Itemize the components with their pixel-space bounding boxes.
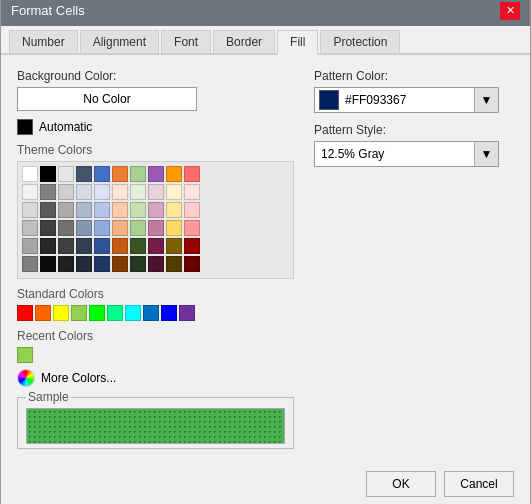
standard-color-cell[interactable] xyxy=(89,305,105,321)
pattern-color-label: Pattern Color: xyxy=(314,69,514,83)
standard-colors-label: Standard Colors xyxy=(17,287,294,301)
theme-color-cell[interactable] xyxy=(58,238,74,254)
theme-color-cell[interactable] xyxy=(40,184,56,200)
standard-color-cell[interactable] xyxy=(17,305,33,321)
theme-color-cell[interactable] xyxy=(112,220,128,236)
theme-color-cell[interactable] xyxy=(148,184,164,200)
tab-font[interactable]: Font xyxy=(161,30,211,53)
theme-color-cell[interactable] xyxy=(22,166,38,182)
format-cells-dialog: Format Cells ✕ NumberAlignmentFontBorder… xyxy=(0,0,531,504)
theme-color-cell[interactable] xyxy=(76,184,92,200)
standard-color-cell[interactable] xyxy=(71,305,87,321)
theme-color-cell[interactable] xyxy=(58,166,74,182)
theme-color-cell[interactable] xyxy=(130,166,146,182)
tab-protection[interactable]: Protection xyxy=(320,30,400,53)
theme-color-cell[interactable] xyxy=(184,202,200,218)
theme-color-cell[interactable] xyxy=(130,220,146,236)
more-colors-row[interactable]: More Colors... xyxy=(17,369,294,387)
theme-color-cell[interactable] xyxy=(148,238,164,254)
theme-color-cell[interactable] xyxy=(76,202,92,218)
theme-color-cell[interactable] xyxy=(58,184,74,200)
theme-color-cell[interactable] xyxy=(148,166,164,182)
standard-color-cell[interactable] xyxy=(161,305,177,321)
background-color-label: Background Color: xyxy=(17,69,294,83)
theme-color-cell[interactable] xyxy=(58,220,74,236)
standard-color-cell[interactable] xyxy=(107,305,123,321)
theme-color-cell[interactable] xyxy=(22,202,38,218)
theme-color-cell[interactable] xyxy=(148,220,164,236)
tab-border[interactable]: Border xyxy=(213,30,275,53)
theme-color-cell[interactable] xyxy=(166,256,182,272)
more-colors-label: More Colors... xyxy=(41,371,116,385)
tab-fill[interactable]: Fill xyxy=(277,30,318,55)
theme-color-cell[interactable] xyxy=(94,184,110,200)
cancel-button[interactable]: Cancel xyxy=(444,471,514,497)
theme-color-cell[interactable] xyxy=(130,238,146,254)
theme-color-cell[interactable] xyxy=(166,166,182,182)
theme-color-cell[interactable] xyxy=(184,166,200,182)
theme-color-cell[interactable] xyxy=(112,256,128,272)
theme-color-cell[interactable] xyxy=(76,238,92,254)
theme-color-cell[interactable] xyxy=(22,256,38,272)
theme-color-cell[interactable] xyxy=(166,238,182,254)
theme-color-cell[interactable] xyxy=(94,256,110,272)
theme-color-cell[interactable] xyxy=(22,238,38,254)
theme-color-cell[interactable] xyxy=(40,202,56,218)
standard-color-cell[interactable] xyxy=(179,305,195,321)
theme-color-cell[interactable] xyxy=(130,202,146,218)
recent-color-cell[interactable] xyxy=(17,347,33,363)
theme-color-cell[interactable] xyxy=(76,220,92,236)
tab-alignment[interactable]: Alignment xyxy=(80,30,159,53)
theme-color-cell[interactable] xyxy=(76,166,92,182)
theme-color-cell[interactable] xyxy=(184,256,200,272)
theme-color-cell[interactable] xyxy=(94,166,110,182)
pattern-color-text: #FF093367 xyxy=(343,91,474,109)
theme-color-cell[interactable] xyxy=(112,202,128,218)
standard-color-cell[interactable] xyxy=(53,305,69,321)
pattern-style-arrow[interactable]: ▼ xyxy=(474,142,498,166)
left-panel: Background Color: No Color Automatic The… xyxy=(17,69,294,449)
sample-preview xyxy=(26,408,285,444)
pattern-style-dropdown[interactable]: 12.5% Gray ▼ xyxy=(314,141,499,167)
theme-color-cell[interactable] xyxy=(112,238,128,254)
standard-color-cell[interactable] xyxy=(125,305,141,321)
theme-colors-group xyxy=(17,161,294,279)
theme-color-cell[interactable] xyxy=(40,166,56,182)
close-button[interactable]: ✕ xyxy=(500,2,520,20)
theme-color-cell[interactable] xyxy=(22,184,38,200)
theme-color-cell[interactable] xyxy=(40,238,56,254)
tab-number[interactable]: Number xyxy=(9,30,78,53)
theme-color-cell[interactable] xyxy=(40,256,56,272)
theme-color-cell[interactable] xyxy=(58,202,74,218)
theme-color-cell[interactable] xyxy=(76,256,92,272)
theme-color-cell[interactable] xyxy=(166,202,182,218)
theme-color-cell[interactable] xyxy=(148,202,164,218)
theme-color-cell[interactable] xyxy=(112,166,128,182)
theme-color-cell[interactable] xyxy=(40,220,56,236)
automatic-label: Automatic xyxy=(39,120,92,134)
standard-color-cell[interactable] xyxy=(35,305,51,321)
theme-color-cell[interactable] xyxy=(148,256,164,272)
no-color-button[interactable]: No Color xyxy=(17,87,197,111)
tab-bar: NumberAlignmentFontBorderFillProtection xyxy=(1,26,530,55)
theme-color-cell[interactable] xyxy=(166,220,182,236)
standard-color-cell[interactable] xyxy=(143,305,159,321)
pattern-color-arrow[interactable]: ▼ xyxy=(474,88,498,112)
theme-color-cell[interactable] xyxy=(58,256,74,272)
theme-color-cell[interactable] xyxy=(130,184,146,200)
theme-color-cell[interactable] xyxy=(112,184,128,200)
theme-color-cell[interactable] xyxy=(184,238,200,254)
theme-color-cell[interactable] xyxy=(130,256,146,272)
recent-colors-label: Recent Colors xyxy=(17,329,294,343)
footer: OK Cancel xyxy=(1,463,530,505)
sample-preview-inner xyxy=(27,409,284,443)
theme-color-cell[interactable] xyxy=(184,184,200,200)
theme-color-cell[interactable] xyxy=(22,220,38,236)
pattern-color-dropdown[interactable]: #FF093367 ▼ xyxy=(314,87,499,113)
theme-color-cell[interactable] xyxy=(166,184,182,200)
ok-button[interactable]: OK xyxy=(366,471,436,497)
theme-color-cell[interactable] xyxy=(94,202,110,218)
theme-color-cell[interactable] xyxy=(94,220,110,236)
theme-color-cell[interactable] xyxy=(184,220,200,236)
theme-color-cell[interactable] xyxy=(94,238,110,254)
